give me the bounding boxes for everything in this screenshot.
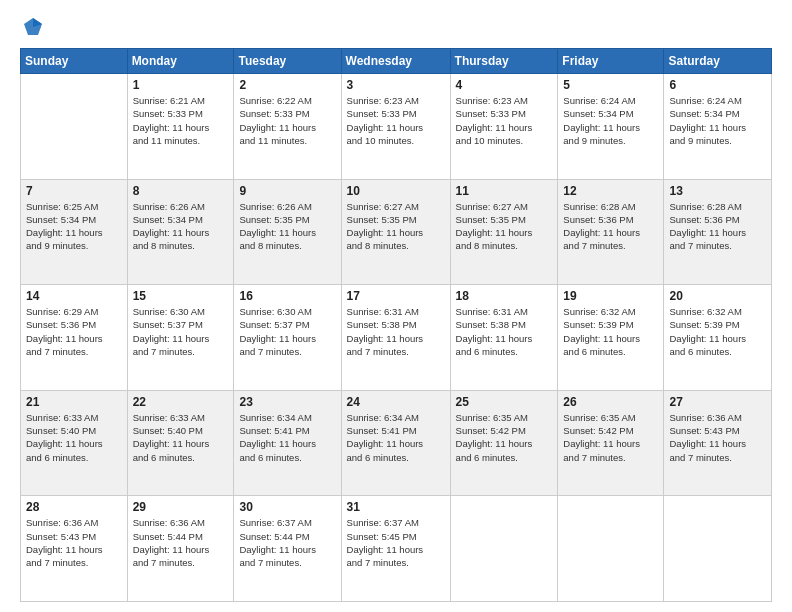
day-info: Sunrise: 6:21 AM Sunset: 5:33 PM Dayligh… bbox=[133, 94, 229, 147]
day-info: Sunrise: 6:37 AM Sunset: 5:45 PM Dayligh… bbox=[347, 516, 445, 569]
day-number: 5 bbox=[563, 78, 658, 92]
day-info: Sunrise: 6:30 AM Sunset: 5:37 PM Dayligh… bbox=[239, 305, 335, 358]
day-number: 10 bbox=[347, 184, 445, 198]
day-number: 26 bbox=[563, 395, 658, 409]
day-number: 14 bbox=[26, 289, 122, 303]
calendar-header-row: SundayMondayTuesdayWednesdayThursdayFrid… bbox=[21, 49, 772, 74]
day-number: 4 bbox=[456, 78, 553, 92]
calendar-cell: 31Sunrise: 6:37 AM Sunset: 5:45 PM Dayli… bbox=[341, 496, 450, 602]
day-info: Sunrise: 6:22 AM Sunset: 5:33 PM Dayligh… bbox=[239, 94, 335, 147]
day-number: 7 bbox=[26, 184, 122, 198]
calendar-day-header: Sunday bbox=[21, 49, 128, 74]
day-info: Sunrise: 6:30 AM Sunset: 5:37 PM Dayligh… bbox=[133, 305, 229, 358]
day-number: 31 bbox=[347, 500, 445, 514]
calendar-cell: 26Sunrise: 6:35 AM Sunset: 5:42 PM Dayli… bbox=[558, 390, 664, 496]
calendar-cell: 29Sunrise: 6:36 AM Sunset: 5:44 PM Dayli… bbox=[127, 496, 234, 602]
day-info: Sunrise: 6:29 AM Sunset: 5:36 PM Dayligh… bbox=[26, 305, 122, 358]
day-info: Sunrise: 6:32 AM Sunset: 5:39 PM Dayligh… bbox=[669, 305, 766, 358]
day-info: Sunrise: 6:32 AM Sunset: 5:39 PM Dayligh… bbox=[563, 305, 658, 358]
page: SundayMondayTuesdayWednesdayThursdayFrid… bbox=[0, 0, 792, 612]
day-number: 20 bbox=[669, 289, 766, 303]
calendar-cell: 13Sunrise: 6:28 AM Sunset: 5:36 PM Dayli… bbox=[664, 179, 772, 285]
day-info: Sunrise: 6:37 AM Sunset: 5:44 PM Dayligh… bbox=[239, 516, 335, 569]
day-number: 28 bbox=[26, 500, 122, 514]
day-info: Sunrise: 6:27 AM Sunset: 5:35 PM Dayligh… bbox=[347, 200, 445, 253]
day-info: Sunrise: 6:23 AM Sunset: 5:33 PM Dayligh… bbox=[456, 94, 553, 147]
calendar-cell bbox=[558, 496, 664, 602]
day-info: Sunrise: 6:34 AM Sunset: 5:41 PM Dayligh… bbox=[239, 411, 335, 464]
calendar-cell: 14Sunrise: 6:29 AM Sunset: 5:36 PM Dayli… bbox=[21, 285, 128, 391]
day-number: 3 bbox=[347, 78, 445, 92]
calendar-day-header: Monday bbox=[127, 49, 234, 74]
logo-flag-icon bbox=[22, 16, 44, 38]
calendar-cell: 18Sunrise: 6:31 AM Sunset: 5:38 PM Dayli… bbox=[450, 285, 558, 391]
calendar-week-row: 1Sunrise: 6:21 AM Sunset: 5:33 PM Daylig… bbox=[21, 74, 772, 180]
day-number: 30 bbox=[239, 500, 335, 514]
day-info: Sunrise: 6:36 AM Sunset: 5:44 PM Dayligh… bbox=[133, 516, 229, 569]
calendar-cell: 3Sunrise: 6:23 AM Sunset: 5:33 PM Daylig… bbox=[341, 74, 450, 180]
calendar-cell: 1Sunrise: 6:21 AM Sunset: 5:33 PM Daylig… bbox=[127, 74, 234, 180]
day-number: 25 bbox=[456, 395, 553, 409]
calendar-cell: 30Sunrise: 6:37 AM Sunset: 5:44 PM Dayli… bbox=[234, 496, 341, 602]
calendar-week-row: 28Sunrise: 6:36 AM Sunset: 5:43 PM Dayli… bbox=[21, 496, 772, 602]
day-number: 22 bbox=[133, 395, 229, 409]
calendar-week-row: 21Sunrise: 6:33 AM Sunset: 5:40 PM Dayli… bbox=[21, 390, 772, 496]
calendar-cell: 5Sunrise: 6:24 AM Sunset: 5:34 PM Daylig… bbox=[558, 74, 664, 180]
day-info: Sunrise: 6:35 AM Sunset: 5:42 PM Dayligh… bbox=[456, 411, 553, 464]
day-number: 15 bbox=[133, 289, 229, 303]
calendar-cell: 6Sunrise: 6:24 AM Sunset: 5:34 PM Daylig… bbox=[664, 74, 772, 180]
day-number: 16 bbox=[239, 289, 335, 303]
day-number: 12 bbox=[563, 184, 658, 198]
day-number: 27 bbox=[669, 395, 766, 409]
calendar-cell: 17Sunrise: 6:31 AM Sunset: 5:38 PM Dayli… bbox=[341, 285, 450, 391]
calendar-table: SundayMondayTuesdayWednesdayThursdayFrid… bbox=[20, 48, 772, 602]
calendar-cell: 21Sunrise: 6:33 AM Sunset: 5:40 PM Dayli… bbox=[21, 390, 128, 496]
calendar-day-header: Thursday bbox=[450, 49, 558, 74]
calendar-cell: 22Sunrise: 6:33 AM Sunset: 5:40 PM Dayli… bbox=[127, 390, 234, 496]
calendar-cell: 20Sunrise: 6:32 AM Sunset: 5:39 PM Dayli… bbox=[664, 285, 772, 391]
day-number: 19 bbox=[563, 289, 658, 303]
calendar-day-header: Friday bbox=[558, 49, 664, 74]
day-number: 1 bbox=[133, 78, 229, 92]
day-number: 21 bbox=[26, 395, 122, 409]
calendar-cell: 28Sunrise: 6:36 AM Sunset: 5:43 PM Dayli… bbox=[21, 496, 128, 602]
calendar-cell: 7Sunrise: 6:25 AM Sunset: 5:34 PM Daylig… bbox=[21, 179, 128, 285]
day-info: Sunrise: 6:28 AM Sunset: 5:36 PM Dayligh… bbox=[669, 200, 766, 253]
day-info: Sunrise: 6:31 AM Sunset: 5:38 PM Dayligh… bbox=[347, 305, 445, 358]
calendar-cell: 10Sunrise: 6:27 AM Sunset: 5:35 PM Dayli… bbox=[341, 179, 450, 285]
day-info: Sunrise: 6:34 AM Sunset: 5:41 PM Dayligh… bbox=[347, 411, 445, 464]
day-info: Sunrise: 6:26 AM Sunset: 5:34 PM Dayligh… bbox=[133, 200, 229, 253]
calendar-day-header: Tuesday bbox=[234, 49, 341, 74]
calendar-cell bbox=[21, 74, 128, 180]
calendar-cell: 2Sunrise: 6:22 AM Sunset: 5:33 PM Daylig… bbox=[234, 74, 341, 180]
day-info: Sunrise: 6:36 AM Sunset: 5:43 PM Dayligh… bbox=[669, 411, 766, 464]
day-number: 11 bbox=[456, 184, 553, 198]
calendar-cell bbox=[664, 496, 772, 602]
day-info: Sunrise: 6:33 AM Sunset: 5:40 PM Dayligh… bbox=[133, 411, 229, 464]
day-number: 24 bbox=[347, 395, 445, 409]
day-info: Sunrise: 6:25 AM Sunset: 5:34 PM Dayligh… bbox=[26, 200, 122, 253]
calendar-cell: 4Sunrise: 6:23 AM Sunset: 5:33 PM Daylig… bbox=[450, 74, 558, 180]
logo bbox=[20, 18, 44, 38]
header bbox=[20, 18, 772, 38]
day-number: 9 bbox=[239, 184, 335, 198]
day-info: Sunrise: 6:36 AM Sunset: 5:43 PM Dayligh… bbox=[26, 516, 122, 569]
calendar-cell: 27Sunrise: 6:36 AM Sunset: 5:43 PM Dayli… bbox=[664, 390, 772, 496]
day-info: Sunrise: 6:24 AM Sunset: 5:34 PM Dayligh… bbox=[669, 94, 766, 147]
calendar-week-row: 14Sunrise: 6:29 AM Sunset: 5:36 PM Dayli… bbox=[21, 285, 772, 391]
calendar-cell: 11Sunrise: 6:27 AM Sunset: 5:35 PM Dayli… bbox=[450, 179, 558, 285]
calendar-cell: 9Sunrise: 6:26 AM Sunset: 5:35 PM Daylig… bbox=[234, 179, 341, 285]
calendar-cell: 16Sunrise: 6:30 AM Sunset: 5:37 PM Dayli… bbox=[234, 285, 341, 391]
day-info: Sunrise: 6:33 AM Sunset: 5:40 PM Dayligh… bbox=[26, 411, 122, 464]
day-info: Sunrise: 6:26 AM Sunset: 5:35 PM Dayligh… bbox=[239, 200, 335, 253]
day-number: 23 bbox=[239, 395, 335, 409]
calendar-cell: 15Sunrise: 6:30 AM Sunset: 5:37 PM Dayli… bbox=[127, 285, 234, 391]
calendar-cell: 24Sunrise: 6:34 AM Sunset: 5:41 PM Dayli… bbox=[341, 390, 450, 496]
day-number: 29 bbox=[133, 500, 229, 514]
day-info: Sunrise: 6:28 AM Sunset: 5:36 PM Dayligh… bbox=[563, 200, 658, 253]
day-info: Sunrise: 6:24 AM Sunset: 5:34 PM Dayligh… bbox=[563, 94, 658, 147]
day-number: 18 bbox=[456, 289, 553, 303]
day-info: Sunrise: 6:27 AM Sunset: 5:35 PM Dayligh… bbox=[456, 200, 553, 253]
day-number: 2 bbox=[239, 78, 335, 92]
calendar-cell: 12Sunrise: 6:28 AM Sunset: 5:36 PM Dayli… bbox=[558, 179, 664, 285]
